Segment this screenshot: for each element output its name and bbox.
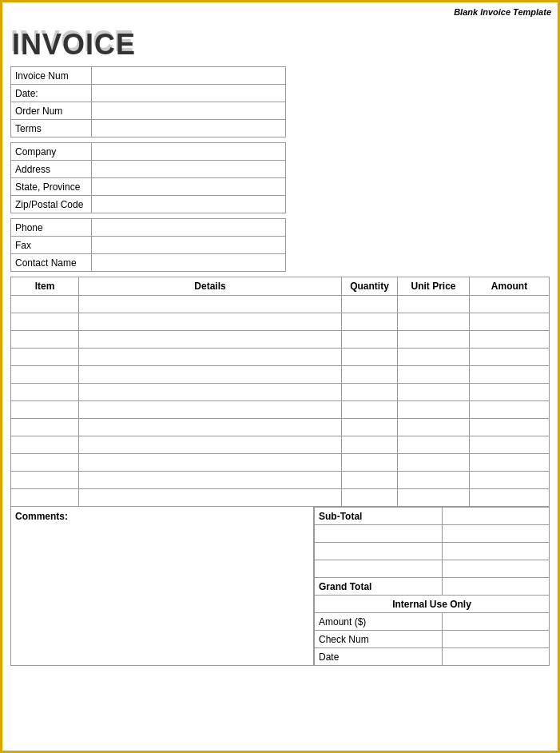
table-row xyxy=(11,436,550,454)
table-row xyxy=(11,331,550,349)
unit-price-cell[interactable] xyxy=(398,489,470,507)
unit-price-cell[interactable] xyxy=(398,296,470,313)
unit-price-cell[interactable] xyxy=(398,419,470,436)
unit-price-cell[interactable] xyxy=(398,313,470,331)
date-value[interactable] xyxy=(92,85,286,102)
item-cell[interactable] xyxy=(11,296,79,313)
quantity-cell[interactable] xyxy=(342,384,398,401)
amount-cell[interactable] xyxy=(470,454,550,472)
fax-label: Fax xyxy=(11,237,92,254)
contact-name-value[interactable] xyxy=(92,254,286,272)
details-cell[interactable] xyxy=(79,366,342,384)
quantity-cell[interactable] xyxy=(342,489,398,507)
extra-label-1 xyxy=(315,525,443,543)
unit-price-cell[interactable] xyxy=(398,472,470,489)
quantity-cell[interactable] xyxy=(342,331,398,349)
details-cell[interactable] xyxy=(79,349,342,366)
amount-dollars-value[interactable] xyxy=(442,613,549,631)
unit-price-cell[interactable] xyxy=(398,349,470,366)
state-province-value[interactable] xyxy=(92,178,286,196)
unit-price-cell[interactable] xyxy=(398,331,470,349)
quantity-cell[interactable] xyxy=(342,366,398,384)
unit-price-cell[interactable] xyxy=(398,436,470,454)
grand-total-row: Grand Total xyxy=(315,578,550,596)
invoice-title: INVOICE xyxy=(10,25,550,58)
details-cell[interactable] xyxy=(79,331,342,349)
unit-price-cell[interactable] xyxy=(398,366,470,384)
item-cell[interactable] xyxy=(11,331,79,349)
extra-value-2[interactable] xyxy=(442,543,549,560)
amount-cell[interactable] xyxy=(470,313,550,331)
details-cell[interactable] xyxy=(79,454,342,472)
item-cell[interactable] xyxy=(11,366,79,384)
terms-value[interactable] xyxy=(92,120,286,137)
details-cell[interactable] xyxy=(79,472,342,489)
extra-value-1[interactable] xyxy=(442,525,549,543)
quantity-cell[interactable] xyxy=(342,401,398,419)
details-cell[interactable] xyxy=(79,401,342,419)
extra-label-2 xyxy=(315,543,443,560)
table-row xyxy=(11,384,550,401)
quantity-cell[interactable] xyxy=(342,349,398,366)
item-cell[interactable] xyxy=(11,349,79,366)
item-cell[interactable] xyxy=(11,313,79,331)
address-value[interactable] xyxy=(92,161,286,178)
unit-price-cell[interactable] xyxy=(398,384,470,401)
amount-cell[interactable] xyxy=(470,436,550,454)
amount-cell[interactable] xyxy=(470,366,550,384)
phone-row: Phone xyxy=(11,219,286,237)
item-cell[interactable] xyxy=(11,472,79,489)
check-num-value[interactable] xyxy=(442,631,549,648)
quantity-header: Quantity xyxy=(342,277,398,296)
fax-row: Fax xyxy=(11,237,286,254)
amount-cell[interactable] xyxy=(470,331,550,349)
item-cell[interactable] xyxy=(11,489,79,507)
table-row xyxy=(11,313,550,331)
quantity-cell[interactable] xyxy=(342,436,398,454)
zip-postal-value[interactable] xyxy=(92,196,286,213)
item-cell[interactable] xyxy=(11,454,79,472)
contact-name-row: Contact Name xyxy=(11,254,286,272)
amount-cell[interactable] xyxy=(470,401,550,419)
company-value[interactable] xyxy=(92,143,286,161)
zip-postal-row: Zip/Postal Code xyxy=(11,196,286,213)
item-cell[interactable] xyxy=(11,436,79,454)
item-cell[interactable] xyxy=(11,401,79,419)
quantity-cell[interactable] xyxy=(342,313,398,331)
unit-price-cell[interactable] xyxy=(398,454,470,472)
quantity-cell[interactable] xyxy=(342,472,398,489)
item-cell[interactable] xyxy=(11,384,79,401)
details-cell[interactable] xyxy=(79,296,342,313)
fax-value[interactable] xyxy=(92,237,286,254)
amount-cell[interactable] xyxy=(470,349,550,366)
extra-value-3[interactable] xyxy=(442,560,549,578)
comments-area[interactable]: Comments: xyxy=(10,507,314,666)
invoice-num-value[interactable] xyxy=(92,67,286,85)
amount-cell[interactable] xyxy=(470,296,550,313)
table-row xyxy=(11,472,550,489)
details-cell[interactable] xyxy=(79,436,342,454)
quantity-cell[interactable] xyxy=(342,419,398,436)
amount-dollars-label: Amount ($) xyxy=(315,613,443,631)
table-row xyxy=(11,296,550,313)
phone-value[interactable] xyxy=(92,219,286,237)
amount-cell[interactable] xyxy=(470,472,550,489)
details-cell[interactable] xyxy=(79,313,342,331)
order-num-value[interactable] xyxy=(92,102,286,120)
quantity-cell[interactable] xyxy=(342,296,398,313)
state-province-row: State, Province xyxy=(11,178,286,196)
item-cell[interactable] xyxy=(11,419,79,436)
amount-cell[interactable] xyxy=(470,419,550,436)
amount-cell[interactable] xyxy=(470,489,550,507)
internal-use-row: Internal Use Only xyxy=(315,596,550,613)
details-cell[interactable] xyxy=(79,489,342,507)
extra-row-1 xyxy=(315,525,550,543)
subtotal-value[interactable] xyxy=(442,508,549,525)
totals-date-value[interactable] xyxy=(442,648,549,666)
grand-total-value[interactable] xyxy=(442,578,549,596)
unit-price-cell[interactable] xyxy=(398,401,470,419)
quantity-cell[interactable] xyxy=(342,454,398,472)
details-cell[interactable] xyxy=(79,419,342,436)
amount-cell[interactable] xyxy=(470,384,550,401)
details-cell[interactable] xyxy=(79,384,342,401)
